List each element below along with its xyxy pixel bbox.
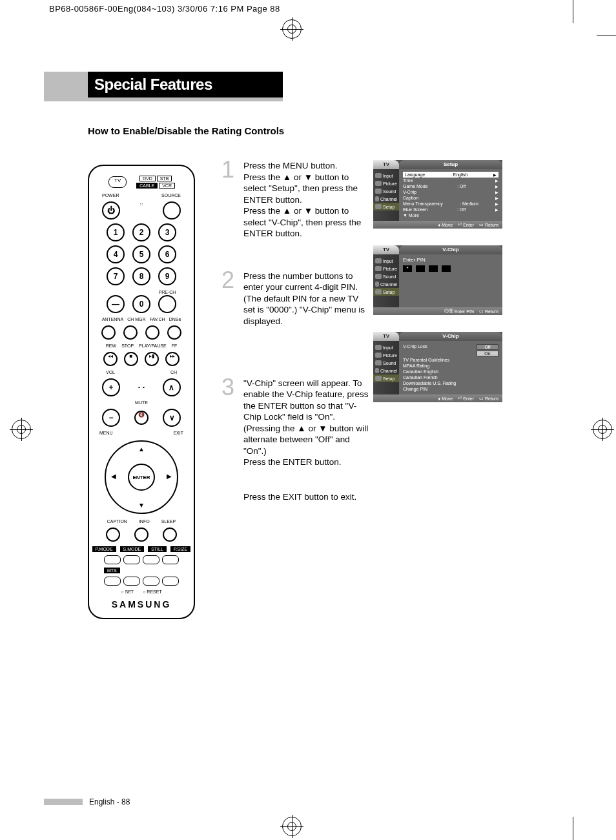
osd-side-channel: Channel [373, 280, 399, 288]
remote-info-button [134, 528, 149, 542]
remote-dnse-label: DNSe [169, 317, 181, 322]
remote-info-label: INFO [139, 519, 150, 524]
registration-mark-top-icon [282, 19, 302, 39]
remote-menu-label: MENU [99, 431, 113, 435]
step-number: 1 [221, 155, 234, 185]
numeric-icon: ⓪⑨ [444, 308, 453, 314]
osd-row: TV Parental Guidelines [403, 357, 498, 363]
volume-up-icon: + [102, 378, 120, 396]
osd-tab-tv: TV [373, 332, 399, 341]
pin-digit [429, 265, 438, 272]
osd-row: Game Mode: Off▶ [403, 183, 498, 189]
return-icon: ▭ [479, 309, 484, 314]
osd-side-setup: Setup [373, 288, 399, 296]
remote-stb-label: STB [157, 176, 172, 181]
remote-key-1: 1 [107, 223, 125, 241]
step-3: 3 "V-Chip" screen will appear. To enable… [221, 378, 371, 468]
exit-note: Press the EXIT button to exit. [221, 491, 371, 503]
volume-down-icon: − [102, 409, 120, 427]
option-off: Off [477, 344, 498, 350]
remote-brand-label: SAMSUNG [94, 599, 189, 610]
page: BP68-00586F-00Eng(084~103) 3/30/06 7:16 … [0, 0, 616, 840]
osd-row: Blue Screen: Off▶ [403, 207, 498, 212]
up-arrow-icon: ▲ [138, 446, 145, 453]
osd-side-setup: Setup [373, 374, 399, 382]
power-icon: ⏻ [102, 201, 120, 220]
page-number: English - 88 [89, 797, 130, 806]
rewind-icon: ◂◂ [103, 352, 118, 366]
sound-icon [375, 274, 382, 279]
step-text: Press the number buttons to enter your c… [243, 271, 371, 327]
registration-mark-left-icon [12, 420, 31, 439]
osd-side-input: Input [373, 343, 399, 351]
down-arrow-icon: ▼ [138, 502, 145, 509]
remote-ff-label: FF [172, 343, 178, 348]
section-title-bar: Special Features [44, 72, 283, 97]
remote-antenna-label: ANTENNA [102, 317, 123, 322]
remote-stop-label: STOP [121, 343, 134, 348]
osd-side-picture: Picture [373, 179, 399, 187]
osd-side-sound: Sound [373, 272, 399, 280]
osd-row: Downloadable U.S. Rating [403, 380, 498, 386]
osd-title: V-Chip [399, 245, 502, 254]
osd-side-sound: Sound [373, 359, 399, 367]
remote-reset-label: RESET [147, 589, 161, 594]
step-number: 2 [221, 265, 234, 296]
channel-up-icon: ∧ [163, 378, 181, 396]
remote-caption-label: CAPTION [107, 519, 127, 524]
osd-row: Time▶ [403, 178, 498, 183]
remote-set-label: SET [125, 589, 134, 594]
remote-key-4: 4 [107, 245, 125, 263]
page-footer: English - 88 [44, 797, 130, 806]
osd-content: Enter PIN * [399, 254, 502, 307]
osd-content: Language: English▶ Time▶ Game Mode: Off▶… [399, 169, 502, 221]
osd-screenshots: TVSetup Input Picture Sound Channel Setu… [373, 160, 502, 419]
remote-key-8: 8 [132, 267, 150, 285]
remote-pmode-label: P.MODE [92, 546, 116, 552]
remote-prech-label: PRE-CH [159, 290, 176, 294]
osd-row: Change PIN [403, 386, 498, 392]
channel-icon [375, 196, 379, 201]
osd-row: Menu Transparency: Medium▶ [403, 201, 498, 207]
remote-nav-wheel: ▲ ▼ ◀ ▶ ENTER [105, 440, 178, 514]
enter-icon: ⏎ [458, 222, 462, 227]
crop-mark-header: BP68-00586F-00Eng(084~103) 3/30/06 7:16 … [49, 4, 280, 14]
remote-dnse-button [167, 325, 181, 340]
updown-icon: ♦ [438, 396, 441, 401]
option-on: On [477, 351, 498, 356]
osd-footer: ⓪⑨Enter PIN ▭Return [373, 307, 502, 315]
remote-tv-button: TV [108, 176, 127, 188]
return-icon: ▭ [479, 396, 484, 401]
osd-content: V-Chip Lock Off On TV Parental Guideline… [399, 341, 502, 394]
stop-icon: ■ [124, 352, 138, 366]
section-title-underline [44, 97, 283, 101]
osd-row: V-Chip Lock Off On [403, 343, 498, 357]
osd-row: Canadian French [403, 374, 498, 380]
remote-rew-label: REW [106, 343, 116, 348]
setup-icon [375, 376, 382, 381]
trim-mark-icon [573, 817, 573, 840]
osd-setup: TVSetup Input Picture Sound Channel Setu… [373, 160, 502, 229]
osd-sidebar: Input Picture Sound Channel Setup [373, 169, 399, 221]
osd-title: V-Chip [399, 332, 502, 341]
osd-row: V-Chip▶ [403, 189, 498, 195]
remote-exit-label: EXIT [173, 431, 183, 435]
osd-row: Caption▶ [403, 195, 498, 201]
osd-row: Language: English▶ [403, 172, 498, 178]
setup-icon [375, 289, 382, 294]
channel-down-icon: ∨ [163, 409, 181, 427]
step-text: Press the MENU button. Press the ▲ or ▼ … [243, 160, 371, 240]
remote-source-label: SOURCE [161, 193, 181, 198]
osd-side-sound: Sound [373, 187, 399, 195]
registration-mark-right-icon [593, 420, 612, 439]
remote-enter-button: ENTER [128, 464, 155, 491]
remote-sleep-button [163, 528, 177, 542]
footer-decoration [44, 799, 83, 805]
pin-digit: * [403, 265, 412, 272]
osd-side-input: Input [373, 257, 399, 265]
step-text: "V-Chip" screen will appear. To enable t… [243, 378, 371, 468]
remote-source-button [163, 201, 181, 220]
picture-icon [375, 353, 382, 358]
pin-digit [416, 265, 425, 272]
osd-side-picture: Picture [373, 351, 399, 359]
